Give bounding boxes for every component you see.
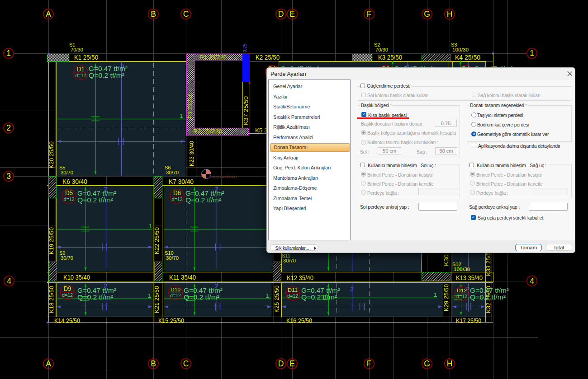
svg-text:D9: D9 bbox=[64, 285, 71, 292]
svg-text:C: C bbox=[183, 359, 189, 368]
svg-text:K18 25/50: K18 25/50 bbox=[48, 286, 55, 313]
svg-text:30/70: 30/70 bbox=[61, 170, 73, 175]
svg-text:K23 30/40: K23 30/40 bbox=[188, 141, 195, 166]
svg-text:K3 25/50: K3 25/50 bbox=[378, 54, 402, 61]
svg-text:K12 35/40: K12 35/40 bbox=[287, 274, 313, 281]
svg-text:K19 25/50: K19 25/50 bbox=[48, 227, 55, 254]
svg-text:K16 25/50: K16 25/50 bbox=[286, 317, 312, 324]
svg-text:D11: D11 bbox=[288, 287, 298, 293]
svg-text:Q=0.2 tf/m²: Q=0.2 tf/m² bbox=[184, 294, 219, 301]
svg-text:1: 1 bbox=[434, 291, 437, 298]
svg-text:30/70: 30/70 bbox=[166, 170, 179, 175]
svg-text:G=0.47 tf/m²: G=0.47 tf/m² bbox=[470, 287, 509, 294]
svg-text:K13 35/40: K13 35/40 bbox=[456, 274, 483, 281]
svg-text:D: D bbox=[278, 9, 284, 19]
svg-text:P2 25/220: P2 25/220 bbox=[193, 128, 222, 135]
svg-text:1: 1 bbox=[149, 223, 152, 229]
svg-text:K33 25/50: K33 25/50 bbox=[485, 249, 492, 276]
svg-text:K1 25/50: K1 25/50 bbox=[74, 54, 98, 61]
svg-text:30/70: 30/70 bbox=[283, 258, 296, 263]
svg-text:P1 25/220: P1 25/220 bbox=[200, 54, 227, 61]
svg-text:4: 4 bbox=[7, 276, 11, 285]
svg-text:K21 25/50: K21 25/50 bbox=[153, 286, 160, 313]
svg-text:K25 25/50: K25 25/50 bbox=[273, 285, 280, 313]
svg-text:K37 25/50: K37 25/50 bbox=[242, 96, 249, 125]
svg-text:3: 3 bbox=[6, 172, 11, 181]
svg-text:K6 30/40: K6 30/40 bbox=[62, 178, 87, 185]
svg-text:1: 1 bbox=[148, 292, 152, 299]
svg-text:K29 25/50: K29 25/50 bbox=[443, 284, 450, 311]
svg-text:Q=0.2 tf/m²: Q=0.2 tf/m² bbox=[77, 294, 113, 301]
svg-text:D12: D12 bbox=[457, 288, 467, 293]
svg-text:K15 25/50: K15 25/50 bbox=[158, 317, 184, 324]
svg-text:d=12: d=12 bbox=[172, 197, 183, 202]
svg-text:B: B bbox=[151, 9, 156, 19]
svg-text:K17 25/50: K17 25/50 bbox=[456, 317, 481, 324]
svg-text:A: A bbox=[46, 359, 51, 368]
svg-text:d=12: d=12 bbox=[287, 293, 298, 299]
svg-text:Q=0.2 tf/m²: Q=0.2 tf/m² bbox=[89, 72, 124, 79]
svg-text:Q=0.2 tf/m²: Q=0.2 tf/m² bbox=[77, 197, 113, 204]
svg-text:30/70: 30/70 bbox=[166, 255, 179, 261]
svg-text:100/30: 100/30 bbox=[452, 47, 469, 52]
svg-text:F: F bbox=[367, 9, 372, 19]
svg-text:E: E bbox=[289, 9, 295, 19]
svg-text:30/70: 30/70 bbox=[61, 255, 73, 261]
svg-text:G: G bbox=[424, 359, 430, 368]
svg-text:1: 1 bbox=[6, 49, 11, 58]
svg-text:G=0.47 tf/m²: G=0.47 tf/m² bbox=[185, 190, 224, 197]
svg-text:B: B bbox=[151, 359, 156, 368]
svg-text:E: E bbox=[289, 359, 295, 368]
svg-text:G=0.47 tf/m²: G=0.47 tf/m² bbox=[184, 287, 223, 294]
svg-text:100(ZEMİN KAT): 100(ZEMİN KAT) bbox=[211, 175, 237, 179]
svg-text:D10: D10 bbox=[171, 287, 180, 292]
svg-text:d=12: d=12 bbox=[62, 292, 73, 298]
svg-text:D5: D5 bbox=[65, 189, 73, 197]
svg-text:D: D bbox=[278, 359, 284, 368]
svg-text:K2 25/50: K2 25/50 bbox=[256, 54, 280, 61]
svg-text:Q=0.2 tf/m²: Q=0.2 tf/m² bbox=[301, 294, 337, 301]
svg-text:4: 4 bbox=[530, 276, 534, 285]
svg-text:d=12: d=12 bbox=[456, 294, 467, 299]
svg-text:H: H bbox=[447, 9, 453, 19]
svg-text:d=12: d=12 bbox=[64, 197, 75, 202]
svg-text:P3 25/225: P3 25/225 bbox=[187, 93, 193, 118]
svg-text:Q=0.2 tf/m²: Q=0.2 tf/m² bbox=[470, 294, 506, 301]
svg-text:1: 1 bbox=[530, 49, 534, 58]
svg-text:100/30: 100/30 bbox=[454, 267, 470, 272]
svg-text:70/30: 70/30 bbox=[71, 47, 83, 52]
svg-text:H: H bbox=[447, 359, 453, 368]
svg-text:K7 30/40: K7 30/40 bbox=[169, 178, 194, 185]
svg-text:G=0.47 tf/m²: G=0.47 tf/m² bbox=[301, 287, 340, 294]
svg-text:0.25: 0.25 bbox=[242, 43, 247, 52]
svg-text:Q=0.2 tf/m²: Q=0.2 tf/m² bbox=[185, 197, 221, 204]
svg-text:1: 1 bbox=[266, 292, 270, 299]
svg-text:K30: K30 bbox=[443, 254, 450, 266]
svg-text:G: G bbox=[424, 9, 430, 19]
svg-text:D1: D1 bbox=[77, 65, 85, 73]
svg-text:d=12: d=12 bbox=[170, 293, 181, 298]
svg-text:K4 25/50: K4 25/50 bbox=[455, 54, 480, 61]
svg-text:F: F bbox=[367, 359, 372, 368]
svg-text:2: 2 bbox=[6, 123, 11, 132]
svg-text:G=0.47 tf/m²: G=0.47 tf/m² bbox=[89, 65, 128, 72]
svg-text:G=0.47 tf/m²: G=0.47 tf/m² bbox=[77, 190, 116, 197]
svg-text:d=12: d=12 bbox=[76, 73, 86, 78]
svg-text:C: C bbox=[183, 9, 189, 19]
svg-text:D6: D6 bbox=[173, 189, 181, 197]
svg-text:70/30: 70/30 bbox=[375, 47, 388, 52]
svg-text:1: 1 bbox=[180, 112, 183, 119]
svg-text:K14 25/50: K14 25/50 bbox=[54, 317, 80, 324]
svg-text:K22 25/50: K22 25/50 bbox=[153, 227, 160, 254]
svg-text:K20 25/50: K20 25/50 bbox=[48, 141, 55, 168]
svg-text:K11 35/40: K11 35/40 bbox=[169, 274, 196, 281]
svg-text:G=0.47 tf/m²: G=0.47 tf/m² bbox=[77, 287, 116, 294]
svg-text:K10 35/40: K10 35/40 bbox=[63, 274, 90, 281]
svg-text:A: A bbox=[46, 9, 51, 19]
